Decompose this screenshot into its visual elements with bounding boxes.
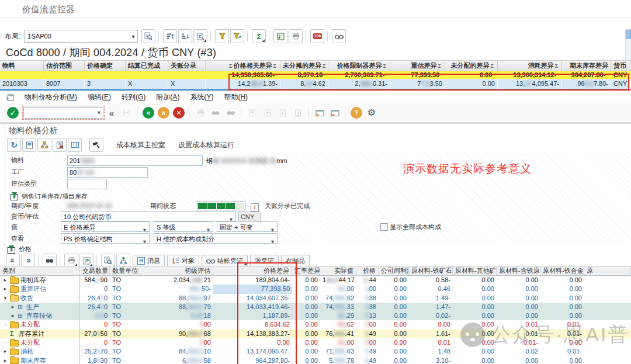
grid2-column-header[interactable]: 公司间利润 <box>379 266 409 275</box>
cancel-icon[interactable]: ✕ <box>172 106 186 120</box>
grid2-column-header[interactable]: 原 <box>584 266 631 275</box>
help-icon[interactable]: ? <box>349 106 363 120</box>
menu-exit-icon[interactable] <box>6 94 14 101</box>
menu-item-E[interactable]: 编辑(E) <box>88 92 111 102</box>
grid1-data-row[interactable]: 201030380073XX14,235,41.39-8,124.622,555… <box>0 79 631 89</box>
scrollbar-thumb[interactable] <box>626 30 631 39</box>
report-icon[interactable] <box>22 138 36 152</box>
grid1-column-header[interactable]: 未分配的差异Σ <box>445 61 498 71</box>
material-field[interactable]: 2010303 <box>67 155 203 166</box>
customize-icon[interactable]: ⚙ <box>365 106 379 120</box>
grid1-column-header[interactable]: 货币 <box>611 61 631 71</box>
grid1-column-header[interactable]: 期末库存差异 <box>562 61 611 71</box>
grid1-column-header[interactable]: 关账分录 <box>168 61 206 71</box>
menu-item-M[interactable]: 物料价格分析(M) <box>25 92 77 102</box>
menu-item-H[interactable]: 帮助(H) <box>224 92 248 102</box>
grid2-column-header[interactable]: 实际值 <box>320 266 356 275</box>
costing-cockpit-button[interactable]: 成本核算主控室 <box>116 140 165 150</box>
table-row[interactable]: ▸⊞生产26,450TO88,555,57914,033,419.46-0.00… <box>0 303 631 311</box>
layout-select[interactable]: 1SAP00 ▼ <box>24 30 138 43</box>
grid1-column-header[interactable]: 物料 <box>0 61 44 71</box>
grid2-column-header[interactable]: 原材料-其他矿产 <box>453 266 497 275</box>
menu-item-Y[interactable]: 系统(Y) <box>190 92 213 102</box>
hierarchy-icon[interactable] <box>37 138 51 152</box>
grid2-column-header[interactable]: 价格 <box>356 266 379 275</box>
filter-icon[interactable] <box>215 29 229 43</box>
grid1-column-header[interactable]: 结算已完成 <box>126 61 168 71</box>
fixed-variable-select[interactable]: 固定 + 可变▼ <box>217 221 278 232</box>
tree-expander-icon[interactable]: ▾ <box>2 294 8 303</box>
tree-expander-icon[interactable]: ▸ <box>2 285 8 293</box>
brush-icon[interactable] <box>89 138 103 152</box>
在制品-button[interactable]: 在制品 <box>281 255 310 266</box>
command-input[interactable] <box>23 107 103 119</box>
table-row[interactable]: ▸重新评估0TO550.50-77,393.500.0050.001000.00… <box>0 285 631 293</box>
sum-icon[interactable]: Σ <box>252 29 266 43</box>
print-icon[interactable] <box>289 29 303 43</box>
对象-button[interactable]: 对象 <box>167 255 199 266</box>
export-excel-icon[interactable]: x <box>273 29 287 43</box>
table-row[interactable]: ▸期初库存584,190TO2,034,249.21189,804.04-0.0… <box>0 276 631 285</box>
costing-run-button[interactable]: 设置成本核算运行 <box>178 140 234 150</box>
menu-item-A[interactable]: 附加(A) <box>156 92 179 102</box>
grid2-column-header[interactable]: 原材料-铁合金 <box>540 266 584 275</box>
refresh-icon[interactable]: ↻ <box>7 138 21 152</box>
table-row[interactable]: ▸⊞库存转储2,40TO5,55181,187.89-0.0055.295130… <box>0 311 631 320</box>
view-structure-select[interactable]: PS 价格确定结构▼ <box>61 233 150 244</box>
collapse-icon[interactable]: « <box>105 106 119 120</box>
choose-layout-icon[interactable] <box>141 29 155 43</box>
exit-icon[interactable]: ∧ <box>157 106 171 120</box>
table-row[interactable]: ·未分配0TO5008,634.620.0055.625000.000.000.… <box>0 320 631 329</box>
grid2-column-header[interactable]: 交易数量 <box>80 266 110 275</box>
doc-settings-icon[interactable] <box>53 138 67 152</box>
tree-expander-icon[interactable]: ▸ <box>10 303 16 311</box>
tree-expander-icon[interactable]: ▸ <box>2 356 8 364</box>
new-session-icon[interactable]: ★ <box>313 106 327 120</box>
show-all-cost-components-checkbox[interactable] <box>380 223 388 231</box>
table-row[interactable]: ·Σ库存累计27,0550TO90,555,56814,138,383.27-0… <box>0 330 631 338</box>
消息-button[interactable]: H消息 <box>133 255 165 266</box>
sort-asc-icon[interactable] <box>163 29 177 43</box>
percent-badge-icon[interactable]: 100 <box>310 29 324 43</box>
command-field[interactable]: ▼ <box>23 107 103 119</box>
cost-split-select[interactable]: H 维护成本构成划分▼ <box>154 233 278 244</box>
table-row[interactable]: ▸消耗25,2570TO84,555,51013,174,095.47-0.00… <box>0 347 631 356</box>
grid2-column-header[interactable]: 汇率差异 <box>292 266 320 275</box>
源凭证-button[interactable]: 源凭证 <box>250 255 279 266</box>
grid2-column-header[interactable]: 类别 <box>0 266 80 275</box>
plant-field[interactable]: 8007 XX <box>67 167 148 178</box>
grid2-column-header[interactable]: 价格差异 <box>213 266 292 275</box>
filter-set-icon[interactable] <box>230 29 244 43</box>
结帐凭证-button[interactable]: 结帐凭证 <box>202 255 248 266</box>
grid1-column-header[interactable]: 消耗差异Σ <box>498 61 562 71</box>
currency-select[interactable]: 10 公司代码货币 ▼ <box>61 211 236 221</box>
grid1-column-header[interactable]: 价格限制器差异Σ <box>328 61 390 71</box>
sort-desc-icon[interactable] <box>178 29 192 43</box>
grid1-column-header[interactable]: Σ价格相关差异Σ <box>206 61 280 71</box>
grid2-column-header[interactable]: 数量单位 <box>110 266 138 275</box>
grid1-column-header[interactable]: 估价范围 <box>44 61 85 71</box>
table-row[interactable]: ▸期末库存1,8530TO6,555,558964,287.80-0.005,5… <box>0 356 631 364</box>
enter-check-icon[interactable]: ✓ <box>6 106 20 120</box>
grid2-column-header[interactable]: 原材料-铁矿石 <box>409 266 453 275</box>
table-row[interactable]: ▾收货26,450TO88,555,59714,034,607.35-0.007… <box>0 294 631 303</box>
create-shortcut-icon[interactable]: ➤ <box>328 106 342 120</box>
menu-item-G[interactable]: 转到(G) <box>122 92 145 102</box>
tree-expander-icon[interactable]: ▸ <box>2 347 8 356</box>
value-type-select[interactable]: E 价格差异▼ <box>61 221 150 232</box>
valuation-type-field[interactable] <box>67 179 107 189</box>
back-icon[interactable]: « <box>141 106 155 120</box>
grid2-column-header[interactable]: 原材料-含铁原料 <box>497 266 540 275</box>
grid1-column-header[interactable]: 价格确定 <box>85 61 126 71</box>
glasses-icon[interactable] <box>332 29 346 43</box>
grid2-column-header[interactable]: 初级评估 <box>138 266 213 275</box>
table-view-icon[interactable] <box>68 138 82 152</box>
value-level-select[interactable]: S 等级▼ <box>154 221 213 232</box>
tree-expander-icon[interactable]: ▸ <box>2 276 8 285</box>
grid1-totals-row[interactable]: 14,350,365.60-8,370.182,700,369.71-77,39… <box>0 71 631 79</box>
grid1-column-header[interactable]: 重估差异Σ <box>390 61 445 71</box>
subtotal-icon[interactable]: Σ <box>193 29 207 43</box>
table-row[interactable]: ·未分配0TO5000.000.0055.005000.000.010.000.… <box>0 338 631 347</box>
tree-expander-icon[interactable]: ▸ <box>10 311 16 320</box>
grid1-column-header[interactable]: 未分摊的差异Σ <box>280 61 328 71</box>
